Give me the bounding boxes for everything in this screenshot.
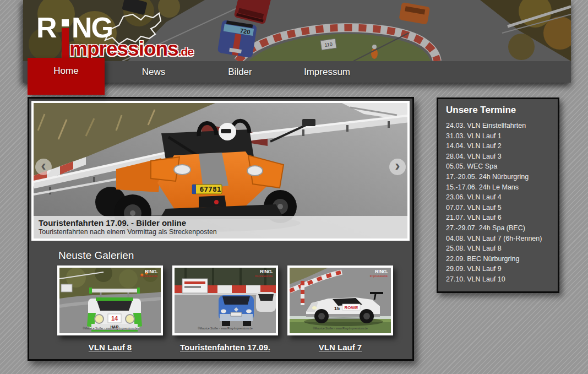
thumb-photo-clio — [175, 268, 276, 333]
prev-arrow-icon: ‹ — [35, 159, 52, 173]
termine-item: 21.07. VLN Lauf 6 — [446, 213, 550, 223]
termine-list: 24.03. VLN Einstellfahrten 31.03. VLN La… — [446, 121, 550, 285]
termine-item: 25.08. VLN Lauf 8 — [446, 243, 550, 254]
site-logo[interactable]: R NG mpressions.de — [36, 13, 257, 61]
termine-item: 05.05. WEC Spa — [446, 161, 550, 172]
thumb3-sponsor: ROWE — [345, 305, 359, 310]
galleries-heading: Neuste Galerien — [58, 250, 134, 262]
slider-prev-button[interactable]: ‹ — [35, 159, 52, 175]
termine-item: 17.-20.05. 24h Nürburgring — [446, 172, 550, 182]
termine-item: 29.09. VLN Lauf 9 — [446, 264, 550, 274]
termine-item: 07.07. VLN Lauf 5 — [446, 203, 550, 213]
termine-item: 24.03. VLN Einstellfahrten — [446, 121, 550, 131]
termine-sidebar: Unsere Termine 24.03. VLN Einstellfahrte… — [437, 97, 559, 293]
logo-tld: .de — [178, 45, 193, 58]
gallery-thumbnails: 14 H&R R!NG. Impressions ©Maurice Stuffe… — [57, 265, 393, 335]
news-slider[interactable]: 67781 Touristenfahrten 17.09. - Bilder o… — [31, 101, 410, 241]
logo-i-dot — [62, 19, 69, 26]
termine-item: 22.09. BEC Nürburgring — [446, 254, 550, 264]
termine-item: 27.10. VLN Lauf 10 — [446, 274, 550, 285]
termine-item: 23.06. VLN Lauf 4 — [446, 192, 550, 203]
termine-item: 04.08. VLN Lauf 7 (6h-Rennen) — [446, 234, 550, 244]
gallery-links-row: VLN Lauf 8 Touristenfahrten 17.09. VLN L… — [57, 343, 393, 352]
nav-item-impressum[interactable]: Impressum — [288, 61, 366, 83]
gallery-thumb-vln-lauf-7[interactable]: ROWE 15 R!NG. Impressions ©Maurice Stuff… — [287, 265, 393, 335]
logo-text-impressions: mpressions.de — [69, 39, 193, 59]
thumb1-sponsor: H&R — [110, 325, 118, 329]
page: 720 110 R NG mp — [0, 0, 588, 374]
header-banner: 720 110 R NG mp — [23, 0, 571, 83]
main-navigation: News Bilder Impressum — [23, 61, 571, 83]
slider-caption-title: Touristenfahrten 17.09. - Bilder online — [34, 216, 407, 227]
gallery-link-vln-lauf-7[interactable]: VLN Lauf 7 — [287, 343, 393, 352]
thumb-photo-porsche: 14 H&R — [59, 268, 161, 333]
license-plate-number: 67781 — [199, 185, 221, 193]
termine-item: 27.-29.07. 24h Spa (BEC) — [446, 223, 550, 234]
next-arrow-icon: › — [389, 159, 406, 173]
termine-item: 15.-17.06. 24h Le Mans — [446, 182, 550, 193]
thumb-photo-sls: ROWE 15 — [290, 268, 391, 333]
termine-item: 31.03. VLN Lauf 1 — [446, 131, 550, 142]
main-content-panel: 67781 Touristenfahrten 17.09. - Bilder o… — [28, 97, 414, 361]
nav-item-news[interactable]: News — [115, 61, 192, 83]
slider-next-button[interactable]: › — [389, 159, 406, 175]
nav-item-bilder[interactable]: Bilder — [202, 61, 279, 83]
gallery-link-touristenfahrten[interactable]: Touristenfahrten 17.09. — [172, 343, 278, 352]
termine-title: Unsere Termine — [446, 105, 550, 116]
gallery-thumb-vln-lauf-8[interactable]: 14 H&R R!NG. Impressions ©Maurice Stuffe… — [57, 265, 163, 335]
header-banner-photo: 720 110 R NG mp — [23, 0, 571, 61]
logo-text-r: R — [36, 13, 56, 42]
gallery-thumb-touristenfahrten[interactable]: R!NG. Impressions ©Maurice Stuffer - www… — [172, 265, 278, 335]
gallery-link-vln-lauf-8[interactable]: VLN Lauf 8 — [57, 343, 163, 352]
slider-caption-subtitle: Touristenfahrten nach einem Vormittag al… — [34, 227, 407, 239]
nav-item-home-active[interactable]: Home — [28, 58, 105, 95]
termine-item: 28.04. VLN Lauf 3 — [446, 151, 550, 162]
thumb3-car-number: 15 — [334, 306, 340, 311]
termine-item: 14.04. VLN Lauf 2 — [446, 141, 550, 151]
slider-caption: Touristenfahrten 17.09. - Bilder online … — [34, 216, 407, 239]
logo-i-stem — [62, 28, 69, 61]
thumb1-car-number: 14 — [111, 315, 118, 322]
